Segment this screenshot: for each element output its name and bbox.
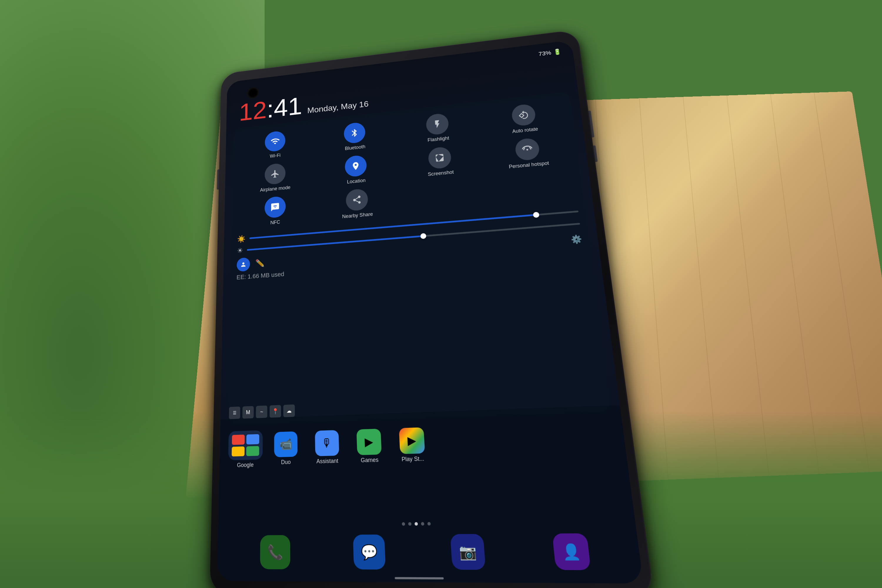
notif-icon-1: ☰ [229, 406, 240, 419]
settings-icon[interactable]: ⚙️ [570, 234, 582, 245]
app-playstore-label: Play St... [401, 455, 424, 462]
page-indicator [219, 520, 636, 527]
app-playstore[interactable]: ▶ Play St... [393, 425, 432, 465]
app-google-folder[interactable]: Google [228, 430, 263, 469]
notif-icon-2: M [242, 406, 254, 418]
dock-contacts[interactable]: 👤 [552, 533, 591, 570]
sun-icon-left: ☀ [237, 246, 243, 255]
page-dot-5 [428, 522, 431, 526]
volume-down-button[interactable] [217, 170, 219, 190]
page-dot-3 [414, 522, 418, 526]
qs-tile-hotspot[interactable]: Personal hotspot [484, 134, 572, 172]
qs-rotate-icon [511, 104, 536, 127]
google-folder-icon [228, 430, 262, 460]
qs-nfc-icon [265, 196, 286, 219]
dock-camera[interactable]: 📷 [450, 534, 485, 570]
qs-plane-label: Airplane mode [260, 184, 291, 193]
playstore-icon: ▶ [399, 427, 425, 454]
qs-screenshot-label: Screenshot [428, 169, 454, 177]
qs-hotspot-icon [514, 137, 540, 161]
user-icon-button[interactable] [237, 257, 250, 272]
edit-icon[interactable]: ✏️ [255, 258, 265, 268]
phone-screen: 73% 🔋 12:41 Monday, May 16 [217, 40, 644, 584]
page-dot-4 [421, 522, 424, 526]
battery-icon: 🔋 [553, 48, 561, 56]
app-games[interactable]: ▶ Games [351, 426, 388, 466]
sun-icon-right: ☀️ [237, 235, 246, 243]
page-dot-1 [402, 522, 405, 526]
battery-percentage: 73% [538, 50, 551, 57]
quick-settings-panel: Wi-Fi Bluetooth [229, 92, 610, 425]
assistant-icon: 🎙 [315, 430, 339, 456]
time-display: 12:41 [239, 93, 302, 124]
qs-tile-wifi[interactable]: Wi-Fi [238, 127, 313, 162]
app-assistant[interactable]: 🎙 Assistant [309, 428, 345, 467]
qs-tile-flashlight[interactable]: Flashlight [397, 110, 479, 146]
qs-tile-airplane[interactable]: Airplane mode [238, 160, 314, 195]
qs-tile-bluetooth[interactable]: Bluetooth [316, 119, 394, 154]
notif-icon-3: ~ [256, 405, 267, 418]
qs-hotspot-label: Personal hotspot [508, 160, 549, 170]
phone-device: 73% 🔋 12:41 Monday, May 16 [210, 29, 655, 588]
qs-share-label: Nearby Share [342, 212, 373, 220]
phone-body: 73% 🔋 12:41 Monday, May 16 [210, 29, 655, 588]
home-screen: Google 📹 Duo 🎙 Assistant ▶ [217, 405, 644, 584]
app-row: Google 📹 Duo 🎙 Assistant ▶ [228, 412, 617, 475]
qs-loc-label: Location [347, 178, 366, 185]
app-games-label: Games [361, 456, 379, 464]
dock-messages[interactable]: 💬 [353, 534, 386, 570]
qs-flash-label: Flashlight [428, 135, 450, 143]
games-icon: ▶ [356, 429, 382, 455]
dock-phone[interactable]: 📞 [260, 535, 290, 569]
qs-tile-autorotate[interactable]: Auto rotate [481, 100, 568, 138]
qs-rotate-label: Auto rotate [512, 126, 538, 134]
qs-wifi-icon [265, 130, 285, 152]
qs-share-icon [346, 188, 368, 212]
qs-tile-nfc[interactable]: NFC [237, 193, 314, 229]
qs-tile-location[interactable]: Location [317, 152, 396, 188]
app-google-label: Google [237, 462, 254, 469]
qs-plane-icon [265, 163, 286, 185]
date-display: Monday, May 16 [307, 99, 369, 115]
time-hour: 12 [239, 96, 267, 126]
page-dot-2 [408, 522, 411, 526]
qs-nfc-label: NFC [270, 219, 280, 226]
notif-icon-4: 📍 [270, 405, 281, 417]
qs-screenshot-icon [428, 146, 452, 170]
app-assistant-label: Assistant [316, 458, 338, 465]
qs-wifi-label: Wi-Fi [270, 153, 280, 159]
brightness-thumb-high [533, 212, 540, 218]
duo-icon: 📹 [274, 431, 298, 457]
qs-bt-icon [344, 122, 366, 144]
qs-flash-icon [425, 113, 449, 136]
brightness-thumb-low [420, 233, 427, 239]
app-dock: 📞 💬 📷 👤 [230, 528, 628, 576]
home-indicator[interactable] [394, 577, 444, 579]
qs-tile-screenshot[interactable]: Screenshot [399, 143, 482, 180]
notif-icon-5: ☁ [284, 405, 295, 417]
qs-tile-nearbyshare[interactable]: Nearby Share [318, 186, 398, 222]
app-duo[interactable]: 📹 Duo [268, 429, 304, 468]
qs-loc-icon [345, 154, 367, 177]
status-bar-right: 73% 🔋 [538, 48, 561, 57]
app-duo-label: Duo [281, 459, 291, 466]
qs-left-actions: ✏️ [237, 256, 265, 272]
qs-bt-label: Bluetooth [345, 144, 366, 152]
time-minute: :41 [267, 92, 302, 123]
